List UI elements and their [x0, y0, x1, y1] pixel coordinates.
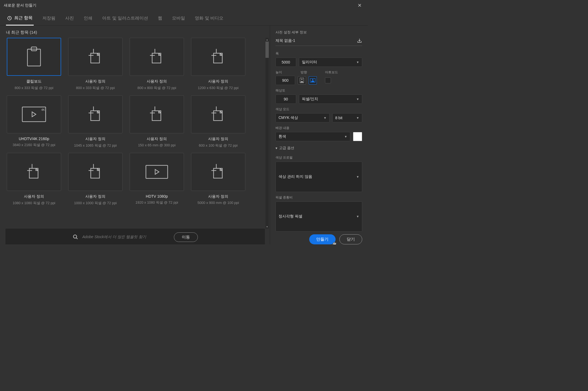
preset-card[interactable]: 사용자 정의800 x 333 픽셀 @ 72 ppi [67, 38, 124, 90]
preset-card[interactable]: 사용자 정의5000 x 900 mm @ 100 ppi [190, 153, 247, 206]
preset-title: HDTV 1080p [146, 194, 168, 198]
background-select[interactable]: 흰색 ▼ [276, 132, 350, 141]
preset-title: 사용자 정의 [208, 79, 228, 84]
preset-card[interactable]: HDTV 1080p1920 x 1080 픽셀 @ 72 ppi [128, 153, 185, 206]
preset-dimensions: 1920 x 1080 픽셀 @ 72 ppi [135, 200, 178, 205]
tab-recent[interactable]: 최근 항목 [6, 12, 34, 26]
preset-thumbnail [130, 38, 184, 76]
scrollbar-down-icon[interactable]: ▼ [265, 225, 269, 229]
preset-title: 사용자 정의 [85, 137, 105, 141]
resolution-label: 해상도 [276, 88, 362, 93]
colormode-label: 색상 모드 [276, 107, 362, 112]
preset-card[interactable]: 사용자 정의800 x 800 픽셀 @ 72 ppi [128, 38, 185, 90]
background-label: 배경 내용 [276, 126, 362, 130]
height-label: 높이 [276, 70, 298, 75]
cursor-hand-icon [332, 242, 337, 244]
tab-print[interactable]: 인쇄 [83, 13, 93, 25]
color-profile-label: 색상 프로필 [276, 155, 362, 160]
artboard-checkbox[interactable] [325, 77, 331, 83]
preset-dimensions: 3840 x 2160 픽셀 @ 72 ppi [12, 143, 55, 147]
preset-title: 사용자 정의 [85, 194, 105, 199]
pixel-aspect-select[interactable]: 정사각형 픽셀 ▼ [276, 201, 362, 232]
tab-web[interactable]: 웹 [157, 13, 163, 25]
svg-point-26 [301, 79, 303, 80]
preset-card[interactable]: 사용자 정의150 x 65 mm @ 300 ppi [128, 95, 185, 148]
preset-dimensions: 800 x 333 픽셀 @ 72 ppi [15, 86, 54, 90]
preset-dimensions: 1080 x 1080 픽셀 @ 72 ppi [12, 201, 55, 206]
window-title: 새로운 문서 만들기 [4, 3, 36, 8]
preset-card[interactable]: 사용자 정의1080 x 1080 픽셀 @ 72 ppi [5, 153, 62, 206]
preset-thumbnail [68, 95, 123, 133]
advanced-options-toggle[interactable]: ▾ 고급 옵션 [276, 146, 362, 150]
preset-title: 클립보드 [26, 79, 42, 84]
close-icon[interactable]: ✕ [355, 1, 364, 10]
recent-items-heading: 내 최근 항목 (14) [5, 26, 269, 38]
preset-dimensions: 1200 x 630 픽셀 @ 72 ppi [198, 86, 239, 90]
preset-thumbnail [191, 153, 245, 191]
orientation-label: 방향 [301, 70, 322, 75]
height-input[interactable] [276, 76, 295, 85]
tab-art[interactable]: 아트 및 일러스트레이션 [101, 13, 149, 25]
presets-scroll-area[interactable]: 클립보드800 x 333 픽셀 @ 72 ppi사용자 정의800 x 333… [5, 38, 269, 229]
tab-photo[interactable]: 사진 [64, 13, 75, 25]
scrollbar-thumb[interactable] [265, 42, 269, 58]
clock-icon [7, 16, 12, 21]
preset-card[interactable]: 사용자 정의1045 x 1065 픽셀 @ 72 ppi [67, 95, 124, 148]
preset-card[interactable]: 클립보드800 x 333 픽셀 @ 72 ppi [5, 38, 62, 90]
preset-thumbnail [191, 38, 245, 76]
tab-saved[interactable]: 저장됨 [41, 13, 57, 25]
chevron-down-icon: ▼ [356, 116, 359, 119]
preset-card[interactable]: 사용자 정의600 x 100 픽셀 @ 72 ppi [190, 95, 247, 148]
details-heading: 사전 설정 세부 정보 [276, 30, 362, 35]
tab-recent-label: 최근 항목 [14, 15, 33, 21]
preset-dimensions: 600 x 100 픽셀 @ 72 ppi [199, 143, 238, 148]
tab-film[interactable]: 영화 및 비디오 [194, 13, 224, 25]
preset-dimensions: 1045 x 1065 픽셀 @ 72 ppi [74, 143, 117, 148]
chevron-down-icon: ▼ [356, 97, 359, 101]
resolution-unit-select[interactable]: 픽셀/인치 ▼ [299, 94, 362, 104]
chevron-down-icon: ▼ [344, 135, 347, 138]
svg-text:4K: 4K [41, 108, 45, 111]
save-preset-icon[interactable] [357, 38, 362, 43]
preset-thumbnail [7, 153, 61, 191]
preset-thumbnail: 4K [7, 95, 61, 133]
chevron-down-icon: ▾ [276, 146, 277, 150]
preset-title: UHDTV/4K 2160p [19, 137, 49, 141]
preset-dimensions: 150 x 65 mm @ 300 ppi [138, 143, 176, 147]
preset-title: 사용자 정의 [208, 137, 228, 141]
svg-rect-1 [27, 49, 40, 66]
preset-title: 사용자 정의 [208, 194, 228, 199]
bitdepth-select[interactable]: 8 bit ▼ [332, 113, 362, 122]
create-button[interactable]: 만들기 [309, 234, 336, 244]
preset-dimensions: 1000 x 1000 픽셀 @ 72 ppi [74, 201, 117, 206]
chevron-down-icon: ▼ [356, 215, 359, 218]
stock-go-button[interactable]: 이동 [174, 232, 198, 242]
colormode-select[interactable]: CMYK 색상 ▼ [276, 113, 330, 122]
color-profile-select[interactable]: 색상 관리 하지 않음 ▼ [276, 162, 362, 192]
preset-thumbnail [130, 95, 184, 133]
svg-rect-21 [146, 165, 168, 178]
preset-thumbnail [68, 38, 123, 76]
background-color-swatch[interactable] [353, 132, 362, 141]
width-input[interactable] [276, 58, 296, 67]
category-tabs: 최근 항목 저장됨 사진 인쇄 아트 및 일러스트레이션 웹 모바일 영화 및 … [0, 11, 368, 26]
scrollbar-up-icon[interactable]: ▲ [265, 38, 269, 42]
pixel-aspect-label: 픽셀 종횡비 [276, 195, 362, 200]
preset-card[interactable]: 사용자 정의1000 x 1000 픽셀 @ 72 ppi [67, 153, 124, 206]
preset-card[interactable]: 4KUHDTV/4K 2160p3840 x 2160 픽셀 @ 72 ppi [5, 95, 62, 148]
preset-thumbnail [191, 95, 245, 133]
document-name-input[interactable] [276, 37, 355, 44]
chevron-down-icon: ▼ [356, 61, 359, 64]
preset-card[interactable]: 사용자 정의1200 x 630 픽셀 @ 72 ppi [190, 38, 247, 90]
resolution-input[interactable] [276, 94, 296, 104]
tab-mobile[interactable]: 모바일 [171, 13, 186, 25]
orientation-portrait-button[interactable] [298, 76, 306, 84]
preset-dimensions: 800 x 800 픽셀 @ 72 ppi [137, 86, 176, 90]
close-button[interactable]: 닫기 [339, 234, 362, 244]
preset-dimensions: 800 x 333 픽셀 @ 72 ppi [76, 86, 115, 90]
stock-search-bar: Adobe Stock에서 더 많은 템플릿 찾기 이동 [5, 229, 265, 244]
unit-select[interactable]: 밀리미터 ▼ [299, 58, 362, 67]
orientation-landscape-button[interactable] [309, 76, 317, 84]
stock-search-input[interactable]: Adobe Stock에서 더 많은 템플릿 찾기 [82, 235, 146, 239]
preset-title: 사용자 정의 [147, 79, 167, 84]
